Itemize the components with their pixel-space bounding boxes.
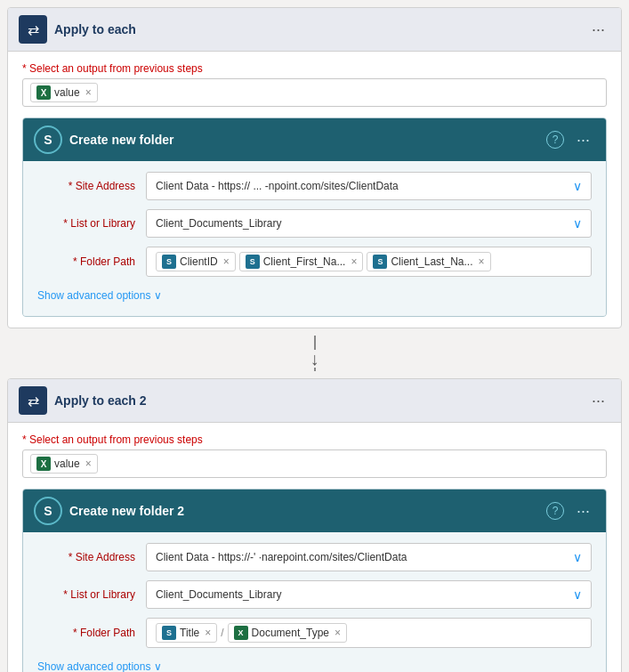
site-address-label-2: * Site Address <box>37 551 135 563</box>
folder-tags-2: S Title × / X Document_Type × <box>156 623 582 643</box>
connector-line-top <box>314 336 316 350</box>
apply-to-each-1-body: * Select an output from previous steps X… <box>8 52 621 328</box>
site-address-field-1[interactable]: Client Data - https:// ... -npoint.com/s… <box>146 172 592 200</box>
create-folder-1-card: S Create new folder ? ··· * Site Address… <box>22 117 607 317</box>
list-library-arrow-2: ∨ <box>573 587 582 602</box>
sharepoint-icon-1: S <box>34 125 62 154</box>
create-folder-2-title: Create new folder 2 <box>69 504 184 518</box>
apply-to-each-2-card: ⇄ Apply to each 2 ··· * Select an output… <box>7 378 622 672</box>
help-button-1[interactable]: ? <box>546 131 564 149</box>
folder-path-row-1: * Folder Path S ClientID × S Client_Firs… <box>37 247 592 277</box>
list-library-arrow-1: ∨ <box>573 216 582 231</box>
output-label-1: * Select an output from previous steps <box>22 62 607 75</box>
folder-tag-doctype: X Document_Type × <box>228 623 347 643</box>
value-tag-label-1: value <box>54 86 80 99</box>
create-folder-2-header: S Create new folder 2 ? ··· <box>23 490 606 532</box>
value-tag-close-2[interactable]: × <box>85 457 92 470</box>
folder-tag-clientid-close[interactable]: × <box>223 255 230 268</box>
site-address-value-1: Client Data - https:// ... -npoint.com/s… <box>156 180 399 192</box>
site-address-row-1: * Site Address Client Data - https:// ..… <box>37 172 592 200</box>
folder-tag-title-close[interactable]: × <box>205 627 211 639</box>
list-library-field-1[interactable]: Client_Documents_Library ∨ <box>146 209 592 238</box>
sp-tag-icon-lastname: S <box>373 255 387 269</box>
apply-to-each-1-title: Apply to each <box>54 22 136 36</box>
loop-icon-1: ⇄ <box>19 15 47 44</box>
inner-header-left-2: S Create new folder 2 <box>34 497 184 525</box>
output-label-2: * Select an output from previous steps <box>22 433 607 446</box>
create-folder-1-menu-button[interactable]: ··· <box>571 129 595 151</box>
apply-to-each-2-menu-button[interactable]: ··· <box>586 390 610 412</box>
value-tag-close-1[interactable]: × <box>85 86 92 99</box>
create-folder-1-header: S Create new folder ? ··· <box>23 118 606 161</box>
show-advanced-2[interactable]: Show advanced options ∨ <box>37 657 162 672</box>
excel-icon-1: X <box>36 85 51 100</box>
site-address-row-2: * Site Address Client Data - https://-' … <box>37 543 592 571</box>
folder-tag-title-label: Title <box>180 627 199 639</box>
site-address-arrow-1: ∨ <box>573 179 582 193</box>
site-address-field-2[interactable]: Client Data - https://-' ·narepoint.com/… <box>146 543 592 571</box>
folder-tags-1: S ClientID × S Client_First_Na... × S <box>156 252 582 271</box>
show-advanced-1[interactable]: Show advanced options ∨ <box>37 286 162 305</box>
excel-tag-icon-doctype: X <box>234 626 248 640</box>
sp-tag-icon-clientid: S <box>162 255 176 269</box>
path-separator: / <box>221 627 223 639</box>
create-folder-1-title: Create new folder <box>69 133 173 147</box>
create-folder-1-body: * Site Address Client Data - https:// ..… <box>23 161 606 316</box>
folder-tag-title: S Title × <box>156 623 217 643</box>
folder-path-row-2: * Folder Path S Title × / X Document_ <box>37 618 592 648</box>
create-folder-2-card: S Create new folder 2 ? ··· * Site Addre… <box>22 489 607 672</box>
value-tag-1: X value × <box>30 83 98 102</box>
list-library-row-1: * List or Library Client_Documents_Libra… <box>37 209 592 238</box>
header-left-2: ⇄ Apply to each 2 <box>19 386 146 415</box>
help-button-2[interactable]: ? <box>546 502 564 520</box>
list-library-field-2[interactable]: Client_Documents_Library ∨ <box>146 580 592 609</box>
apply-to-each-2-title: Apply to each 2 <box>54 393 146 408</box>
output-tag-box-2[interactable]: X value × <box>22 449 607 478</box>
sp-tag-icon-firstname: S <box>246 255 260 269</box>
folder-tag-lastname: S Client_Last_Na... × <box>367 252 490 271</box>
folder-tag-firstname: S Client_First_Na... × <box>239 252 364 271</box>
apply-to-each-1-card: ⇄ Apply to each ··· * Select an output f… <box>7 7 622 328</box>
arrow-down-icon: ↓ <box>310 350 319 368</box>
excel-icon-2: X <box>36 457 51 471</box>
site-address-arrow-2: ∨ <box>573 550 582 564</box>
show-advanced-1-chevron: ∨ <box>154 289 162 302</box>
folder-tag-lastname-label: Client_Last_Na... <box>391 255 472 268</box>
folder-tag-clientid: S ClientID × <box>156 252 236 271</box>
inner-header-right-1: ? ··· <box>546 129 595 151</box>
create-folder-2-body: * Site Address Client Data - https://-' … <box>23 532 606 672</box>
apply-to-each-1-header: ⇄ Apply to each ··· <box>8 8 621 52</box>
connector-arrow: ↓ <box>0 336 629 371</box>
inner-header-right-2: ? ··· <box>546 500 595 522</box>
show-advanced-2-chevron: ∨ <box>154 660 162 672</box>
sp-tag-icon-title: S <box>162 626 176 640</box>
folder-path-label-2: * Folder Path <box>37 627 135 639</box>
folder-path-field-1[interactable]: S ClientID × S Client_First_Na... × S <box>146 247 592 277</box>
value-tag-label-2: value <box>54 457 80 470</box>
folder-tag-firstname-label: Client_First_Na... <box>263 255 346 268</box>
folder-path-field-2[interactable]: S Title × / X Document_Type × <box>146 618 592 648</box>
site-address-label-1: * Site Address <box>37 180 135 192</box>
create-folder-2-menu-button[interactable]: ··· <box>571 500 595 522</box>
loop-icon-2: ⇄ <box>19 386 47 415</box>
output-tag-box-1[interactable]: X value × <box>22 78 607 107</box>
apply-to-each-2-body: * Select an output from previous steps X… <box>8 423 621 672</box>
apply-to-each-1-menu-button[interactable]: ··· <box>586 19 610 41</box>
sharepoint-icon-2: S <box>34 497 62 525</box>
list-library-label-1: * List or Library <box>37 217 135 230</box>
list-library-value-1: Client_Documents_Library <box>156 217 281 230</box>
folder-tag-firstname-close[interactable]: × <box>351 255 357 268</box>
connector-line-bottom <box>314 368 316 371</box>
list-library-row-2: * List or Library Client_Documents_Libra… <box>37 580 592 609</box>
inner-header-left-1: S Create new folder <box>34 125 173 154</box>
folder-tag-lastname-close[interactable]: × <box>478 255 484 268</box>
folder-tag-clientid-label: ClientID <box>180 255 218 268</box>
folder-tag-doctype-close[interactable]: × <box>335 627 341 639</box>
folder-path-label-1: * Folder Path <box>37 255 135 268</box>
header-left: ⇄ Apply to each <box>19 15 136 44</box>
show-advanced-1-label: Show advanced options <box>37 289 150 302</box>
show-advanced-2-label: Show advanced options <box>37 660 150 672</box>
value-tag-2: X value × <box>30 454 98 474</box>
list-library-label-2: * List or Library <box>37 588 135 601</box>
list-library-value-2: Client_Documents_Library <box>156 588 281 601</box>
